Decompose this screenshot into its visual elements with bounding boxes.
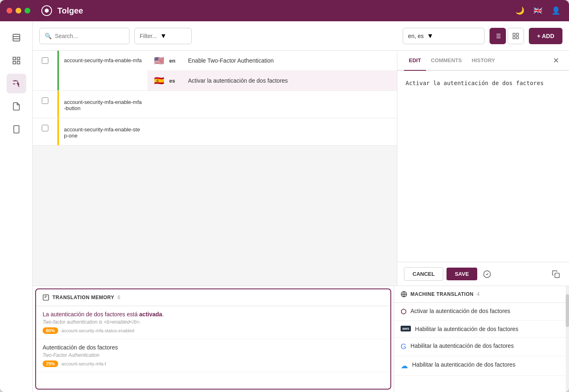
cancel-button[interactable]: CANCEL bbox=[404, 267, 443, 281]
suggestions-area: TRANSLATION MEMORY 6 La autenticación de… bbox=[33, 286, 569, 392]
row-checkbox-3[interactable] bbox=[33, 118, 57, 145]
suggestion-meta-1: 80% account-security-mfa-status-enabled bbox=[43, 327, 384, 334]
tolgee-logo-icon bbox=[40, 4, 53, 17]
svg-rect-2 bbox=[13, 34, 20, 41]
traffic-lights bbox=[7, 8, 30, 14]
add-button[interactable]: + ADD bbox=[529, 28, 562, 44]
list-item[interactable]: G Habilitar la autenticación de dos fact… bbox=[394, 338, 566, 356]
machine-text-2: Habilitar la autenticación de dos factor… bbox=[415, 326, 518, 332]
svg-rect-6 bbox=[17, 57, 19, 60]
filter-dropdown[interactable]: Filter... ▼ bbox=[134, 28, 192, 44]
row-key-2: account-security-mfa-enable-mfa-button bbox=[57, 91, 147, 118]
list-view-button[interactable] bbox=[490, 28, 506, 44]
row-checkbox-2[interactable] bbox=[33, 91, 57, 118]
list-item[interactable]: La autenticación de dos factores está ac… bbox=[36, 306, 390, 339]
content-area: 🔍 Filter... ▼ en, es ▼ bbox=[33, 21, 569, 392]
suggestion-source-2: Two-Factor Authentication bbox=[43, 352, 384, 358]
search-icon: 🔍 bbox=[45, 33, 52, 39]
machine-translation-title: MACHINE TRANSLATION bbox=[410, 291, 474, 297]
app-window: Tolgee 🌙 🇬🇧 👤 bbox=[0, 0, 569, 392]
machine-text-1: Activar la autenticación de dos factores bbox=[410, 308, 510, 314]
dark-mode-icon[interactable]: 🌙 bbox=[513, 4, 526, 17]
table-edit-container: account-security-mfa-enable-mfa en Enabl… bbox=[33, 51, 569, 286]
filter-chevron-icon: ▼ bbox=[160, 32, 167, 40]
app-logo: Tolgee bbox=[40, 4, 83, 17]
key-label-2: account-security-mfa-f bbox=[61, 361, 106, 366]
filter-label: Filter... bbox=[140, 33, 157, 39]
provider-icon-google: G bbox=[401, 342, 406, 351]
lang-code-es-1: es bbox=[169, 78, 181, 84]
search-box[interactable]: 🔍 bbox=[39, 28, 129, 44]
checkbox-3[interactable] bbox=[42, 125, 48, 131]
copy-icon[interactable] bbox=[549, 268, 562, 281]
sidebar-item-translations[interactable] bbox=[7, 74, 26, 93]
lang-chevron-icon: ▼ bbox=[427, 32, 433, 40]
edit-panel: EDIT COMMENTS HISTORY ✕ Activar la auten… bbox=[397, 51, 569, 286]
list-item[interactable]: Autenticación de dos factores Two-Factor… bbox=[36, 339, 390, 372]
machine-text-3: Habilitar la autenticación de dos factor… bbox=[410, 342, 514, 349]
svg-point-1 bbox=[45, 9, 49, 13]
tab-comments[interactable]: COMMENTS bbox=[426, 51, 467, 71]
sidebar-item-files[interactable] bbox=[7, 97, 26, 116]
pct-badge-1: 80% bbox=[43, 327, 58, 334]
row-key-3: account-security-mfa-enable-step-one bbox=[57, 118, 147, 145]
user-avatar[interactable]: 👤 bbox=[549, 4, 562, 17]
language-selector[interactable]: en, es ▼ bbox=[403, 28, 485, 44]
edit-panel-tabs: EDIT COMMENTS HISTORY ✕ bbox=[397, 51, 569, 71]
edit-actions: CANCEL SAVE bbox=[397, 262, 569, 286]
table-row: account-security-mfa-enable-mfa en Enabl… bbox=[33, 51, 397, 91]
main-layout: 🔍 Filter... ▼ en, es ▼ bbox=[0, 21, 569, 392]
grid-view-button[interactable] bbox=[508, 28, 524, 44]
edit-content: Activar la autenticación de dos factores bbox=[397, 71, 569, 262]
list-item[interactable]: aws Habilitar la autenticación de dos fa… bbox=[394, 321, 566, 338]
language-icon[interactable]: 🇬🇧 bbox=[531, 4, 544, 17]
provider-icon-aws: aws bbox=[401, 326, 411, 331]
machine-translation-list: ⬡ Activar la autenticación de dos factor… bbox=[394, 303, 566, 392]
suggestion-meta-2: 79% account-security-mfa-f bbox=[43, 360, 384, 367]
selected-languages: en, es bbox=[408, 33, 424, 39]
checkbox-2[interactable] bbox=[42, 97, 48, 104]
svg-rect-7 bbox=[13, 61, 15, 64]
sidebar-item-mobile[interactable] bbox=[7, 119, 26, 139]
lang-text-en-1: Enable Two-Factor Authentication bbox=[188, 57, 274, 64]
titlebar: Tolgee 🌙 🇬🇧 👤 bbox=[0, 0, 569, 21]
lang-row-es-1[interactable]: es Activar la autenticación de dos facto… bbox=[147, 71, 397, 90]
key-label-1: account-security-mfa-status-enabled bbox=[61, 328, 134, 333]
tab-history[interactable]: HISTORY bbox=[467, 51, 500, 71]
lang-text-es-1: Activar la autenticación de dos factores bbox=[188, 77, 288, 84]
minimize-traffic-light[interactable] bbox=[16, 8, 21, 14]
provider-icon-cloud: ☁ bbox=[401, 361, 408, 370]
row-key-1: account-security-mfa-enable-mfa bbox=[57, 51, 147, 90]
scrollbar-thumb[interactable] bbox=[566, 294, 569, 327]
maximize-traffic-light[interactable] bbox=[25, 8, 30, 14]
translation-memory-header: TRANSLATION MEMORY 6 bbox=[36, 289, 390, 306]
edit-panel-close-button[interactable]: ✕ bbox=[549, 54, 562, 67]
sidebar-item-dashboard[interactable] bbox=[7, 51, 26, 70]
toolbar: 🔍 Filter... ▼ en, es ▼ bbox=[33, 21, 569, 51]
lang-row-en-1: en Enable Two-Factor Authentication bbox=[147, 51, 397, 71]
machine-translation-count: 4 bbox=[477, 291, 480, 297]
translation-textarea[interactable]: Activar la autenticación de dos factores bbox=[406, 79, 561, 161]
save-button[interactable]: SAVE bbox=[447, 268, 477, 280]
row-checkbox-1[interactable] bbox=[33, 51, 57, 90]
list-item[interactable]: ☁ Habilitar la autenticación de dos fact… bbox=[394, 356, 566, 376]
row-langs-3 bbox=[147, 118, 397, 145]
app-title: Tolgee bbox=[57, 6, 83, 16]
tab-edit[interactable]: EDIT bbox=[404, 51, 426, 71]
svg-rect-9 bbox=[14, 126, 19, 133]
scrollbar-track[interactable] bbox=[566, 286, 569, 392]
machine-translation-header: MACHINE TRANSLATION 4 bbox=[394, 286, 566, 303]
table-row: account-security-mfa-enable-step-one bbox=[33, 118, 397, 146]
svg-rect-22 bbox=[555, 273, 560, 277]
view-toggle bbox=[490, 28, 524, 44]
checkbox-1[interactable] bbox=[42, 57, 48, 64]
suggestion-main-1: La autenticación de dos factores está ac… bbox=[43, 311, 384, 318]
search-input[interactable] bbox=[55, 33, 124, 39]
sidebar-item-documents[interactable] bbox=[7, 28, 26, 47]
close-traffic-light[interactable] bbox=[7, 8, 12, 14]
check-icon[interactable] bbox=[481, 268, 494, 281]
titlebar-icons: 🌙 🇬🇧 👤 bbox=[513, 4, 562, 17]
list-item[interactable]: ⬡ Activar la autenticación de dos factor… bbox=[394, 303, 566, 321]
svg-rect-17 bbox=[513, 33, 515, 35]
translation-memory-icon bbox=[43, 294, 49, 301]
